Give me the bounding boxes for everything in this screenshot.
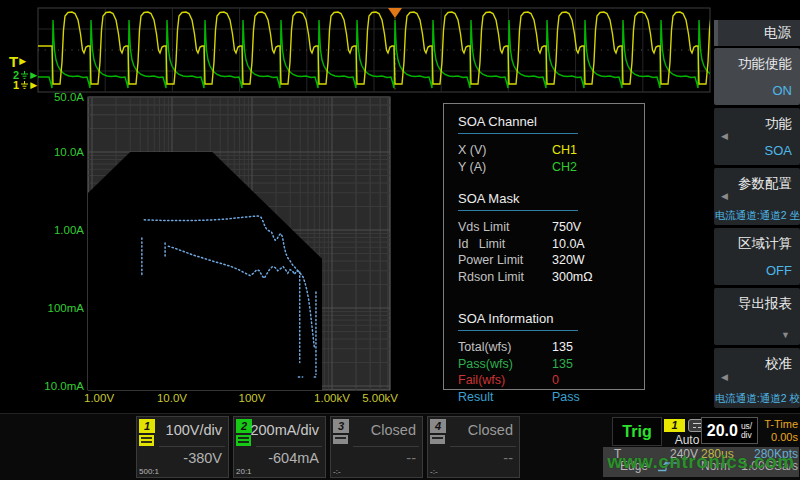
mask-row-value: 10.0A: [552, 237, 585, 251]
svg-text:1.00kV: 1.00kV: [314, 392, 350, 404]
svg-text:5.00kV: 5.00kV: [362, 392, 398, 404]
arrow-right-icon: ▶: [30, 71, 37, 80]
t-time-label: T-Time: [757, 418, 798, 431]
channel3-box[interactable]: 3 -:- Closed --: [330, 416, 423, 478]
channel2-scale: 200mA/div: [250, 422, 319, 438]
divider: [256, 446, 322, 447]
info-result-value: Pass: [552, 390, 580, 404]
sidebar-menu: 电源 功能使能 ON ◀ 功能 SOA ◀ 参数配置 电流通道:通道2 坐 区域…: [712, 0, 800, 480]
channel3-offset: --: [406, 450, 416, 466]
ch1-position-marker[interactable]: 1 ▶: [13, 80, 37, 91]
menu-item-parameter-config[interactable]: ◀ 参数配置 电流通道:通道2 坐: [714, 168, 800, 225]
trigger-status-box[interactable]: Trig: [612, 417, 662, 446]
soa-x-value: CH1: [552, 143, 577, 157]
info-fail-label: Fail(wfs): [458, 373, 552, 387]
soa-plot: 50.0A10.0A1.00A100mA10.0mA1.00V10.0V100V…: [40, 90, 400, 406]
info-total-value: 135: [552, 340, 573, 354]
ch1-marker-label: 1: [13, 80, 19, 91]
arrow-right-icon: ▶: [30, 81, 37, 90]
menu-label: 导出报表: [738, 295, 792, 313]
menu-item-function-enable[interactable]: 功能使能 ON: [714, 48, 800, 105]
divider: [353, 446, 419, 447]
channel1-box[interactable]: 1 500:1 100V/div -380V: [136, 416, 229, 478]
trigger-marker-label: T: [9, 54, 18, 69]
trigger-source-badge[interactable]: 1: [664, 419, 685, 432]
mask-row-label: Power Limit: [458, 253, 552, 267]
svg-text:100V: 100V: [239, 392, 266, 404]
channel3-scale: Closed: [371, 422, 416, 438]
watermark: www.cntronics.com: [603, 447, 799, 477]
info-pass-value: 135: [552, 357, 573, 371]
info-fail-value: 0: [552, 373, 559, 387]
channel4-box[interactable]: 4 -:- Closed --: [427, 416, 520, 478]
info-total-label: Total(wfs): [458, 340, 552, 354]
timebase-box[interactable]: 20.0 us/div: [701, 417, 758, 444]
divider: [450, 446, 516, 447]
svg-text:10.0V: 10.0V: [157, 392, 187, 404]
channel3-probe-ratio: -:-: [333, 467, 341, 476]
menu-label: 参数配置: [738, 175, 792, 193]
soa-x-label: X (V): [458, 143, 552, 157]
menu-subtitle: 电流通道:通道2 校: [714, 392, 800, 406]
trigger-level-marker[interactable]: T▶: [9, 54, 26, 69]
arrow-right-icon: ▶: [19, 57, 26, 66]
menu-tab-power[interactable]: 电源: [714, 20, 800, 46]
channel2-box[interactable]: 2 20:1 200mA/div -604mA: [233, 416, 326, 478]
mask-row-value: 300mΩ: [552, 270, 593, 284]
channel1-scale: 100V/div: [166, 422, 222, 438]
chevron-down-icon: ▼: [781, 330, 790, 340]
mask-row-label: Rdson Limit: [458, 270, 552, 284]
t-time-readout: T-Time 0.00s: [757, 418, 798, 444]
t-time-value: 0.00s: [757, 431, 798, 444]
menu-value: SOA: [765, 143, 792, 158]
dc-coupling-icon: [236, 435, 251, 446]
menu-subtitle: 电流通道:通道2 坐: [714, 209, 800, 223]
trig-label: Trig: [622, 423, 651, 440]
menu-value: OFF: [766, 263, 792, 278]
svg-text:1.00A: 1.00A: [54, 224, 84, 236]
channel1-offset: -380V: [183, 450, 222, 466]
ground-icon: [20, 71, 29, 80]
svg-text:1.00V: 1.00V: [84, 392, 114, 404]
menu-item-calibration[interactable]: ◀ 校准 电流通道:通道2 校: [714, 348, 800, 408]
channel4-offset: --: [503, 450, 513, 466]
soa-mask-title: SOA Mask: [458, 191, 578, 211]
info-result-label: Result: [458, 390, 552, 404]
svg-text:100mA: 100mA: [48, 302, 85, 314]
info-pass-label: Pass(wfs): [458, 357, 552, 371]
chevron-left-icon: ◀: [721, 131, 728, 141]
channel2-offset: -604mA: [268, 450, 319, 466]
waveform-display: [0, 0, 712, 100]
channel3-badge: 3: [333, 419, 349, 433]
channel4-probe-ratio: -:-: [430, 467, 438, 476]
menu-item-area-calc[interactable]: 区域计算 OFF: [714, 228, 800, 285]
menu-value: ON: [773, 83, 793, 98]
oscilloscope-screen: { "markers": { "trigger": "T", "ch2": "2…: [0, 0, 800, 480]
dc-coupling-icon: [139, 435, 154, 446]
mask-row-label: Id Limit: [458, 237, 552, 251]
chevron-left-icon: ◀: [721, 372, 728, 382]
mask-row-label: Vds Limit: [458, 220, 552, 234]
svg-text:50.0A: 50.0A: [54, 91, 84, 103]
menu-label: 功能使能: [738, 55, 792, 73]
chevron-left-icon: ◀: [721, 191, 728, 201]
channel4-scale: Closed: [468, 422, 513, 438]
soa-y-label: Y (A): [458, 160, 552, 174]
channel1-probe-ratio: 500:1: [139, 467, 159, 476]
menu-label: 区域计算: [738, 235, 792, 253]
menu-item-function[interactable]: ◀ 功能 SOA: [714, 108, 800, 165]
soa-info-panel: SOA Channel X (V)CH1 Y (A)CH2 SOA Mask V…: [443, 103, 645, 390]
soa-y-value: CH2: [552, 160, 577, 174]
svg-text:10.0A: 10.0A: [54, 146, 84, 158]
menu-item-export-report[interactable]: 导出报表 ▼: [714, 288, 800, 345]
mask-row-value: 320W: [552, 253, 585, 267]
menu-label: 校准: [765, 355, 792, 373]
timebase-unit: us/div: [741, 422, 752, 440]
channel1-badge: 1: [139, 419, 155, 433]
mask-row-value: 750V: [552, 220, 581, 234]
menu-label: 功能: [765, 115, 792, 133]
coupling-icon: [333, 435, 348, 444]
soa-channel-title: SOA Channel: [458, 114, 578, 134]
timebase-value: 20.0: [707, 422, 738, 440]
channel4-badge: 4: [430, 419, 446, 433]
